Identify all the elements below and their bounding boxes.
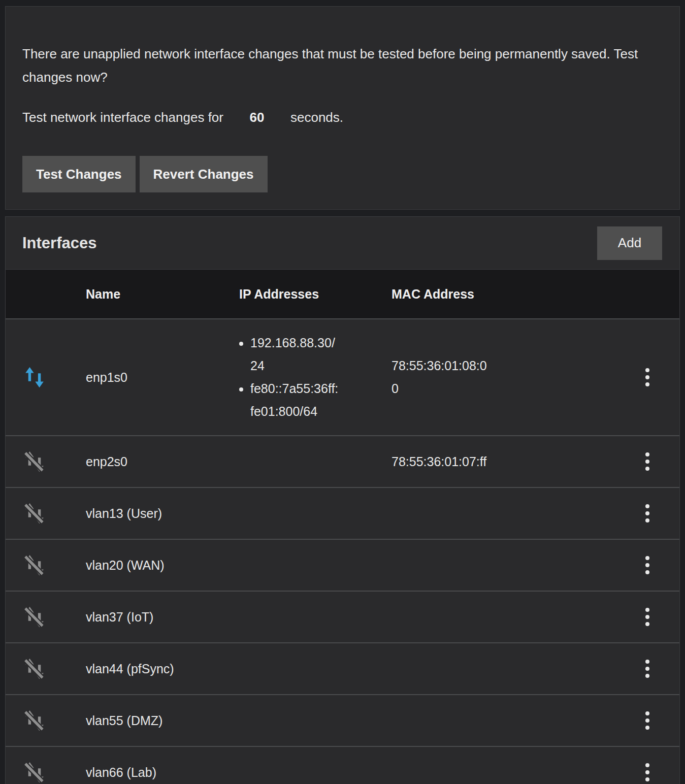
row-actions-kebab-button[interactable] [638,448,657,475]
interface-row[interactable]: enp2s0 78:55:36:01:07:ff [6,435,679,487]
row-actions-kebab-button[interactable] [638,759,657,784]
interface-disconnected-icon [23,657,46,680]
test-duration-label-before: Test network interface changes for [22,106,223,129]
revert-changes-button[interactable]: Revert Changes [140,156,268,192]
kebab-dot [645,467,649,471]
interface-row[interactable]: vlan20 (WAN) [6,539,679,591]
kebab-dot [645,511,649,515]
kebab-dot [645,660,649,664]
interfaces-title: Interfaces [22,234,96,252]
unapplied-changes-message: There are unapplied network interface ch… [22,42,663,89]
test-duration-label-after: seconds. [290,106,343,129]
alert-buttons-row: Test Changes Revert Changes [22,156,663,192]
interface-disconnected-icon [23,761,46,784]
kebab-dot [645,460,649,464]
kebab-dot [645,563,649,567]
row-actions-kebab-button[interactable] [638,707,657,734]
test-duration-line: Test network interface changes for secon… [22,106,663,129]
kebab-dot [645,452,649,456]
interface-name: vlan55 (DMZ) [86,713,162,728]
interface-row[interactable]: vlan13 (User) [6,487,679,539]
column-name: Name [86,275,239,314]
column-ip-addresses: IP Addresses [239,275,392,314]
interface-disconnected-icon [23,553,46,577]
column-actions-spacer [615,282,679,306]
interface-name: vlan20 (WAN) [86,558,165,572]
kebab-dot [645,608,649,612]
kebab-dot [645,556,649,560]
interface-name: vlan44 (pfSync) [86,662,174,676]
kebab-dot [645,615,649,619]
mac-address: 78:55:36:01:08:00 [392,354,491,400]
kebab-dot [645,777,649,781]
interface-name: enp2s0 [86,454,127,469]
kebab-dot [645,667,649,671]
interface-row[interactable]: vlan44 (pfSync) [6,642,679,694]
add-interface-button[interactable]: Add [597,226,662,260]
interface-up-down-arrows-icon [23,366,46,389]
interface-name: enp1s0 [86,370,127,384]
row-actions-kebab-button[interactable] [638,552,657,578]
kebab-dot [645,368,649,372]
kebab-dot [645,504,649,508]
row-actions-kebab-button[interactable] [638,500,657,527]
unapplied-changes-panel: There are unapplied network interface ch… [5,6,680,210]
kebab-dot [645,375,649,379]
interface-disconnected-icon [23,709,46,732]
interfaces-table-body: enp1s0 192.168.88.30/24fe80::7a55:36ff:f… [6,318,679,784]
kebab-dot [645,726,649,730]
interface-disconnected-icon [23,605,46,629]
test-changes-button[interactable]: Test Changes [22,156,136,192]
ip-address: 192.168.88.30/24 [250,332,340,377]
network-page: There are unapplied network interface ch… [0,0,685,784]
interface-row[interactable]: vlan66 (Lab) [6,746,679,784]
kebab-dot [645,622,649,626]
interface-row[interactable]: enp1s0 192.168.88.30/24fe80::7a55:36ff:f… [6,318,679,435]
row-actions-kebab-button[interactable] [638,364,657,390]
mac-address: 78:55:36:01:07:ff [392,450,486,473]
kebab-dot [645,711,649,715]
kebab-dot [645,570,649,574]
interface-name: vlan37 (IoT) [86,610,153,624]
row-actions-kebab-button[interactable] [638,656,657,682]
kebab-dot [645,382,649,386]
ip-address: fe80::7a55:36ff:fe01:800/64 [250,377,340,423]
kebab-dot [645,674,649,678]
kebab-dot [645,770,649,774]
interface-row[interactable]: vlan55 (DMZ) [6,694,679,746]
kebab-dot [645,518,649,522]
interfaces-table: Name IP Addresses MAC Address enp1s0 192… [6,269,679,784]
interface-row[interactable]: vlan37 (IoT) [6,591,679,642]
interface-name: vlan13 (User) [86,506,162,520]
kebab-dot [645,763,649,767]
interfaces-card: Interfaces Add Name IP Addresses MAC Add… [5,216,680,784]
column-status-spacer [6,282,86,306]
interfaces-card-header: Interfaces Add [6,217,679,269]
kebab-dot [645,718,649,723]
test-duration-input[interactable] [244,110,270,125]
ip-address-list: 192.168.88.30/24fe80::7a55:36ff:fe01:800… [239,332,340,423]
interface-disconnected-icon [23,450,46,473]
interfaces-table-header: Name IP Addresses MAC Address [6,269,679,318]
row-actions-kebab-button[interactable] [638,604,657,630]
interface-disconnected-icon [23,502,46,525]
interface-name: vlan66 (Lab) [86,765,156,779]
column-mac-address: MAC Address [392,275,615,314]
